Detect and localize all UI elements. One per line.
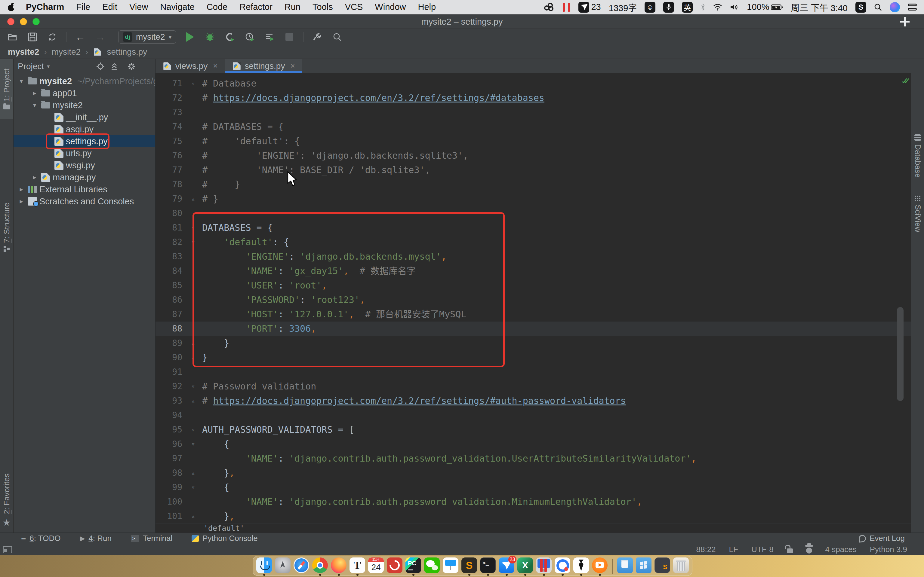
tree-item-manage-py[interactable]: ▸manage.py [13, 171, 155, 183]
line-number[interactable]: 99 [155, 480, 184, 495]
code-line-101[interactable]: 101▵ }, [155, 509, 911, 524]
fold-marker-icon[interactable] [184, 408, 202, 422]
inspections-ok-icon[interactable]: ✓✓ [901, 76, 905, 86]
dock-folder-documents[interactable] [617, 558, 633, 576]
menu-refactor[interactable]: Refactor [239, 2, 273, 12]
control-center-icon[interactable] [908, 3, 917, 11]
spotlight-icon[interactable] [874, 3, 882, 11]
menu-edit[interactable]: Edit [102, 2, 117, 12]
dock-sunflower-remote[interactable] [554, 558, 570, 576]
tool-tab-sciview[interactable]: SciView [911, 196, 924, 256]
tab-settings-py[interactable]: settings.py × [225, 59, 302, 73]
tool-tab-favorites[interactable]: 2: Favorites ★ [0, 450, 13, 528]
menu-view[interactable]: View [129, 2, 148, 12]
code-line-72[interactable]: 72# https://docs.djangoproject.com/en/3.… [155, 91, 911, 105]
line-number[interactable]: 73 [155, 105, 184, 119]
menu-run[interactable]: Run [284, 2, 300, 12]
sogou-ime-icon[interactable]: ☺ [645, 2, 656, 13]
fold-marker-icon[interactable] [184, 134, 202, 148]
fold-marker-icon[interactable]: ▵ [184, 192, 202, 206]
dingtalk-status[interactable]: 23 [578, 2, 601, 13]
fold-marker-icon[interactable] [184, 105, 202, 119]
line-number[interactable]: 90 [155, 350, 184, 365]
tree-item-mysite2[interactable]: ▾mysite2 [13, 99, 155, 111]
code-line-95[interactable]: 95▿AUTH_PASSWORD_VALIDATORS = [ [155, 422, 911, 437]
code-line-93[interactable]: 93▵# https://docs.djangoproject.com/en/3… [155, 394, 911, 408]
siri-icon[interactable] [890, 2, 900, 12]
line-number[interactable]: 88 [155, 322, 184, 336]
fold-marker-icon[interactable]: ▵ [184, 509, 202, 524]
dock-parallels[interactable] [536, 558, 552, 576]
code-line-94[interactable]: 94 [155, 408, 911, 422]
fold-marker-icon[interactable]: ▿ [184, 379, 202, 394]
indent-setting[interactable]: 4 spaces [825, 545, 857, 554]
fold-marker-icon[interactable] [184, 495, 202, 509]
close-tab-icon[interactable]: × [290, 61, 295, 71]
code-line-76[interactable]: 76# 'ENGINE': 'django.db.backends.sqlite… [155, 148, 911, 163]
profiler-button[interactable] [244, 31, 256, 43]
project-view-select[interactable]: Project [18, 61, 44, 71]
dock-keynote[interactable] [443, 558, 459, 576]
dock-launchpad[interactable] [275, 558, 291, 576]
dock-trash[interactable] [673, 558, 689, 576]
save-all-button[interactable] [26, 31, 39, 43]
fold-marker-icon[interactable] [184, 163, 202, 177]
tool-tab-database[interactable]: Database [911, 134, 924, 194]
dock-folder-windows[interactable] [636, 558, 652, 576]
code-line-97[interactable]: 97 'NAME': 'django.contrib.auth.password… [155, 451, 911, 466]
line-number[interactable]: 76 [155, 148, 184, 163]
wifi-icon[interactable] [713, 3, 722, 11]
dock-sublime-doc[interactable]: S [654, 558, 670, 576]
back-button[interactable]: ← [74, 31, 86, 43]
code-line-96[interactable]: 96▿ { [155, 437, 911, 451]
breadcrumb-file[interactable]: settings.py [107, 47, 147, 57]
fold-marker-icon[interactable]: ▵ [184, 394, 202, 408]
code-line-73[interactable]: 73 [155, 105, 911, 119]
line-number[interactable]: 85 [155, 278, 184, 293]
run-with-coverage-button[interactable] [224, 31, 236, 43]
menu-vcs[interactable]: VCS [345, 2, 363, 12]
editor-bottom-breadcrumb[interactable]: 'default' [155, 524, 911, 532]
dock-iqiyi[interactable] [592, 558, 608, 576]
dock-excel[interactable]: X [517, 558, 533, 576]
toolwindow-switcher-icon[interactable] [3, 546, 12, 553]
line-number[interactable]: 75 [155, 134, 184, 148]
bluetooth-icon[interactable] [701, 3, 705, 11]
menu-tools[interactable]: Tools [312, 2, 333, 12]
tool-tab-structure[interactable]: 7: Structure [0, 185, 13, 269]
synchronize-button[interactable] [46, 31, 58, 43]
python-interpreter[interactable]: Python 3.9 [870, 545, 907, 554]
file-encoding[interactable]: UTF-8 [751, 545, 774, 554]
pause-status-icon[interactable] [562, 3, 570, 12]
line-number[interactable]: 74 [155, 119, 184, 134]
fold-marker-icon[interactable] [184, 177, 202, 192]
caret-position[interactable]: 88:22 [696, 545, 716, 554]
line-number[interactable]: 101 [155, 509, 184, 524]
line-number[interactable]: 77 [155, 163, 184, 177]
line-number[interactable]: 81 [155, 221, 184, 235]
dock-chrome[interactable] [312, 558, 328, 576]
line-number[interactable]: 86 [155, 293, 184, 307]
line-number[interactable]: 79 [155, 192, 184, 206]
run-concurrently-button[interactable] [263, 31, 276, 43]
line-number[interactable]: 98 [155, 466, 184, 480]
fold-marker-icon[interactable]: ▿ [184, 76, 202, 91]
tree-item-mysite2[interactable]: ▾mysite2~/PycharmProjects/gx [13, 75, 155, 87]
code-line-78[interactable]: 78# } [155, 177, 911, 192]
code-line-99[interactable]: 99▿ { [155, 480, 911, 495]
menu-file[interactable]: File [76, 2, 90, 12]
battery-status[interactable]: 100% [747, 2, 783, 12]
menu-code[interactable]: Code [207, 2, 228, 12]
line-number[interactable]: 100 [155, 495, 184, 509]
dock-pycharm[interactable]: PC [405, 558, 422, 576]
fold-marker-icon[interactable] [184, 148, 202, 163]
tree-item-wsgi-py[interactable]: wsgi.py [13, 159, 155, 171]
search-everywhere-icon[interactable] [331, 31, 343, 43]
bartender-icon[interactable] [544, 3, 554, 12]
code-line-79[interactable]: 79▵# } [155, 192, 911, 206]
hide-panel-icon[interactable]: — [140, 61, 151, 72]
fold-marker-icon[interactable] [184, 119, 202, 134]
menubar-clock[interactable]: 周三 下午 3:40 [791, 1, 848, 13]
code-line-98[interactable]: 98▵ }, [155, 466, 911, 480]
stop-button[interactable] [283, 31, 296, 43]
